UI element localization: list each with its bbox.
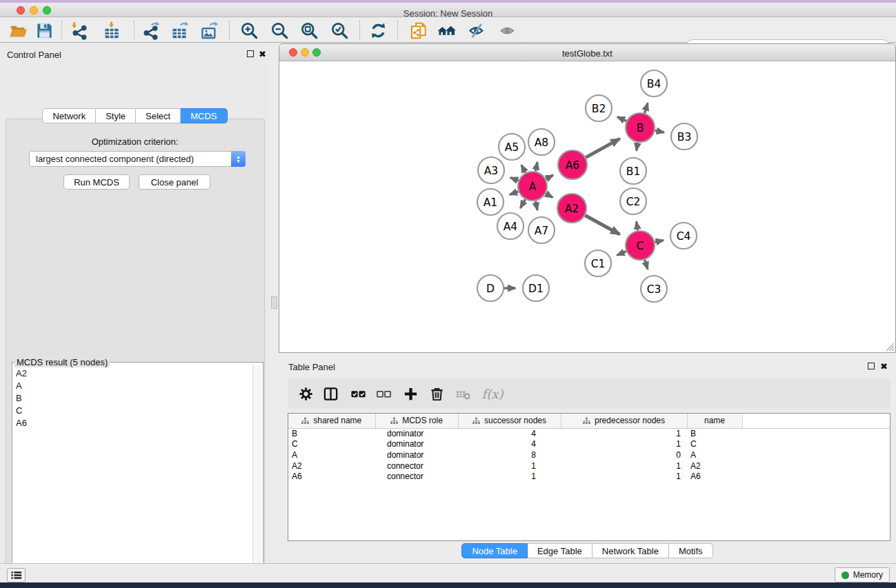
graph-node-B4[interactable]: B4 — [641, 70, 667, 97]
graph-edge-C-C3[interactable] — [645, 260, 648, 269]
graph-node-D[interactable]: D — [477, 275, 504, 301]
graph-edge-A-A4[interactable] — [520, 199, 525, 207]
mcds-result-item[interactable]: C — [12, 404, 252, 416]
graph-node-B1[interactable]: B1 — [620, 158, 646, 184]
delete-column-button[interactable] — [427, 384, 446, 403]
tab-edge-table[interactable]: Edge Table — [528, 543, 593, 558]
table-row-C[interactable]: Cdominator41C — [288, 439, 890, 450]
column-header-shared-name[interactable]: shared name — [288, 414, 375, 428]
graph-node-C[interactable]: C — [626, 231, 655, 260]
task-history-button[interactable] — [7, 568, 26, 582]
zoom-selected-button[interactable] — [329, 20, 350, 41]
unselect-all-columns-button[interactable] — [374, 384, 393, 403]
memory-button[interactable]: Memory — [835, 567, 890, 582]
duplicate-network-button[interactable] — [408, 20, 428, 41]
mcds-result-item[interactable]: A2 — [12, 367, 252, 379]
network-canvas[interactable]: B4B2BB3A5A8A6B1A3AA1C2A2A4A7C4CC1C3DD1 — [279, 61, 895, 352]
graph-edge-A-A3[interactable] — [510, 178, 518, 181]
column-header-predecessor-nodes[interactable]: predecessor nodes — [561, 414, 687, 428]
table-row-A6[interactable]: A6connector11A6 — [288, 471, 890, 482]
graph-node-C3[interactable]: C3 — [641, 276, 667, 302]
tab-motifs[interactable]: Motifs — [669, 543, 713, 558]
graph-edge-A-A7[interactable] — [535, 201, 537, 210]
show-all-button[interactable] — [497, 20, 518, 41]
import-network-button[interactable] — [69, 20, 90, 41]
graph-edge-A-A5[interactable] — [521, 165, 526, 173]
graph-node-A1[interactable]: A1 — [477, 189, 504, 215]
export-network-button[interactable] — [140, 20, 161, 41]
export-table-button[interactable] — [169, 20, 190, 41]
export-image-button[interactable] — [199, 20, 219, 41]
table-settings-button[interactable] — [296, 384, 315, 403]
zoom-fit-button[interactable] — [299, 20, 319, 41]
mcds-result-item[interactable]: A6 — [12, 416, 252, 429]
refresh-network-button[interactable] — [368, 20, 388, 41]
tab-network[interactable]: Network — [42, 108, 96, 123]
tab-mcds[interactable]: MCDS — [181, 108, 227, 123]
tab-network-table[interactable]: Network Table — [593, 543, 669, 558]
criterion-select[interactable]: largest connected component (directed) ▲… — [29, 151, 246, 167]
graph-edge-B-B1[interactable] — [637, 143, 638, 151]
add-column-button[interactable] — [401, 384, 420, 403]
result-scrollbar[interactable] — [252, 365, 261, 588]
graph-node-A3[interactable]: A3 — [478, 157, 504, 183]
zoom-in-button[interactable] — [239, 20, 259, 41]
graph-edge-C-C1[interactable] — [617, 252, 626, 256]
column-header-name[interactable]: name — [687, 414, 742, 428]
mcds-result-item[interactable]: B — [12, 392, 252, 404]
hide-selected-button[interactable] — [466, 20, 487, 41]
tab-style[interactable]: Style — [96, 108, 136, 123]
home-layout-button[interactable] — [436, 20, 457, 41]
graph-node-B3[interactable]: B3 — [671, 123, 697, 150]
graph-node-A7[interactable]: A7 — [528, 217, 555, 243]
graph-edge-A2-C[interactable] — [585, 216, 619, 234]
graph-node-A[interactable]: A — [518, 172, 547, 201]
tab-node-table[interactable]: Node Table — [461, 543, 528, 558]
close-panel-icon[interactable]: ✖ — [259, 51, 266, 58]
vertical-splitter-handle[interactable] — [271, 296, 277, 309]
tab-select[interactable]: Select — [136, 108, 181, 123]
graph-node-C4[interactable]: C4 — [670, 223, 697, 249]
graph-edge-B-B4[interactable] — [645, 103, 648, 113]
import-table-button[interactable] — [101, 20, 121, 41]
graph-edge-C-C4[interactable] — [655, 241, 663, 243]
graph-node-D1[interactable]: D1 — [523, 275, 549, 301]
select-all-columns-button[interactable] — [348, 384, 368, 403]
graph-edge-A6-B[interactable] — [586, 139, 619, 157]
graph-edge-C-C2[interactable] — [637, 222, 638, 231]
run-mcds-button[interactable]: Run MCDS — [63, 174, 130, 190]
graph-edge-B-B3[interactable] — [655, 130, 664, 132]
graph-node-A4[interactable]: A4 — [497, 213, 524, 239]
float-panel-icon[interactable] — [247, 50, 254, 57]
delete-table-button[interactable] — [453, 384, 472, 403]
graph-node-C2[interactable]: C2 — [620, 188, 646, 214]
column-header-successor-nodes[interactable]: successor nodes — [458, 414, 561, 428]
zoom-out-button[interactable] — [269, 20, 290, 41]
column-header-MCDS-role[interactable]: MCDS role — [375, 414, 458, 428]
export-image-icon — [200, 21, 219, 40]
graph-edge-A-A2[interactable] — [546, 194, 552, 198]
apply-function-button[interactable]: f(x) — [478, 384, 507, 403]
table-row-A2[interactable]: A2connector11A2 — [288, 460, 890, 472]
graph-node-A8[interactable]: A8 — [528, 129, 555, 155]
graph-node-C1[interactable]: C1 — [585, 250, 611, 276]
graph-node-B2[interactable]: B2 — [586, 95, 612, 121]
graph-edge-B-B2[interactable] — [617, 117, 626, 121]
table-close-panel-icon[interactable]: ✖ — [880, 363, 888, 370]
graph-edge-A-A1[interactable] — [510, 192, 518, 195]
close-panel-button[interactable]: Close panel — [139, 174, 210, 190]
graph-node-A2[interactable]: A2 — [557, 194, 586, 223]
table-float-panel-icon[interactable] — [868, 363, 875, 369]
graph-node-A5[interactable]: A5 — [499, 134, 525, 160]
table-row-A[interactable]: Adominator80A — [288, 449, 890, 460]
mcds-result-item[interactable]: A — [12, 379, 252, 392]
table-row-B[interactable]: Bdominator41B — [288, 428, 890, 439]
save-session-button[interactable] — [34, 20, 54, 41]
open-file-button[interactable] — [8, 20, 28, 41]
graph-node-B[interactable]: B — [626, 113, 655, 142]
graph-edge-A-A6[interactable] — [546, 175, 552, 179]
window-resize-grip[interactable] — [884, 341, 895, 352]
split-view-button[interactable] — [321, 384, 340, 403]
graph-node-A6[interactable]: A6 — [558, 150, 587, 179]
graph-edge-A-A8[interactable] — [535, 162, 537, 171]
